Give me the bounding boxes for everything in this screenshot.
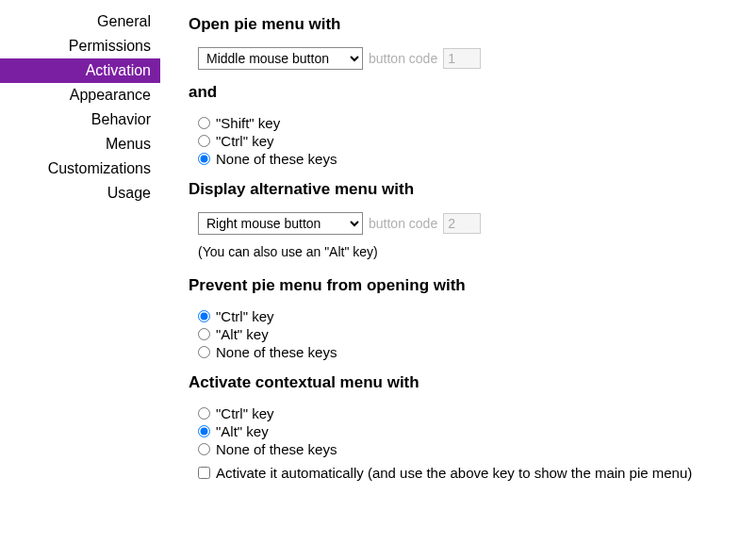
prevent-radio-none-label: None of these keys [216, 344, 337, 360]
open-pie-radio-shift-input[interactable] [198, 117, 210, 129]
contextual-radio-ctrl-input[interactable] [198, 407, 210, 420]
contextual-radio-alt-input[interactable] [198, 425, 210, 437]
sidebar-item-usage[interactable]: Usage [0, 181, 160, 206]
prevent-radio-none-input[interactable] [198, 346, 210, 358]
prevent-radio-alt-label: "Alt" key [216, 326, 269, 342]
heading-alt-menu: Display alternative menu with [189, 180, 731, 199]
open-pie-radio-ctrl[interactable]: "Ctrl" key [198, 133, 731, 149]
prevent-radio-ctrl[interactable]: "Ctrl" key [198, 308, 731, 324]
open-pie-radio-none-label: None of these keys [216, 151, 337, 167]
open-pie-mouse-select[interactable]: Middle mouse button [198, 47, 363, 70]
sidebar-item-appearance[interactable]: Appearance [0, 83, 160, 107]
prevent-radio-ctrl-label: "Ctrl" key [216, 308, 274, 324]
main-panel: Open pie menu with Middle mouse button b… [160, 9, 740, 483]
sidebar: General Permissions Activation Appearanc… [0, 9, 160, 206]
open-pie-radio-ctrl-label: "Ctrl" key [216, 133, 274, 149]
contextual-auto-checkbox[interactable] [198, 467, 210, 479]
open-pie-radio-ctrl-input[interactable] [198, 135, 210, 147]
contextual-radio-none-label: None of these keys [216, 441, 337, 457]
prevent-radio-alt[interactable]: "Alt" key [198, 326, 731, 342]
contextual-radio-none[interactable]: None of these keys [198, 441, 731, 457]
sidebar-item-customizations[interactable]: Customizations [0, 156, 160, 181]
open-pie-radio-none[interactable]: None of these keys [198, 151, 731, 167]
sidebar-item-activation[interactable]: Activation [0, 58, 160, 83]
alt-menu-mouse-select[interactable]: Right mouse button [198, 212, 363, 235]
heading-prevent: Prevent pie menu from opening with [189, 276, 731, 295]
heading-contextual: Activate contextual menu with [189, 373, 731, 392]
sidebar-item-permissions[interactable]: Permissions [0, 34, 160, 58]
alt-menu-button-code-label: button code [369, 216, 437, 231]
sidebar-item-menus[interactable]: Menus [0, 132, 160, 156]
contextual-auto-checkbox-label: Activate it automatically (and use the a… [216, 465, 692, 481]
heading-and: and [189, 83, 731, 102]
contextual-radio-alt-label: "Alt" key [216, 423, 269, 439]
open-pie-button-code-label: button code [369, 51, 437, 66]
open-pie-radio-none-input[interactable] [198, 153, 210, 165]
sidebar-item-general[interactable]: General [0, 9, 160, 34]
contextual-radio-ctrl-label: "Ctrl" key [216, 405, 274, 421]
prevent-radio-ctrl-input[interactable] [198, 310, 210, 322]
contextual-auto-checkbox-row[interactable]: Activate it automatically (and use the a… [198, 465, 731, 481]
alt-menu-note: (You can also use an "Alt" key) [198, 244, 731, 259]
open-pie-radio-shift-label: "Shift" key [216, 115, 280, 131]
prevent-radio-none[interactable]: None of these keys [198, 344, 731, 360]
open-pie-button-code-input [443, 48, 481, 69]
prevent-radio-alt-input[interactable] [198, 328, 210, 340]
heading-open-pie: Open pie menu with [189, 15, 731, 34]
alt-menu-button-code-input [443, 213, 481, 234]
contextual-radio-alt[interactable]: "Alt" key [198, 423, 731, 439]
sidebar-item-behavior[interactable]: Behavior [0, 107, 160, 132]
contextual-radio-none-input[interactable] [198, 443, 210, 455]
open-pie-radio-shift[interactable]: "Shift" key [198, 115, 731, 131]
contextual-radio-ctrl[interactable]: "Ctrl" key [198, 405, 731, 421]
